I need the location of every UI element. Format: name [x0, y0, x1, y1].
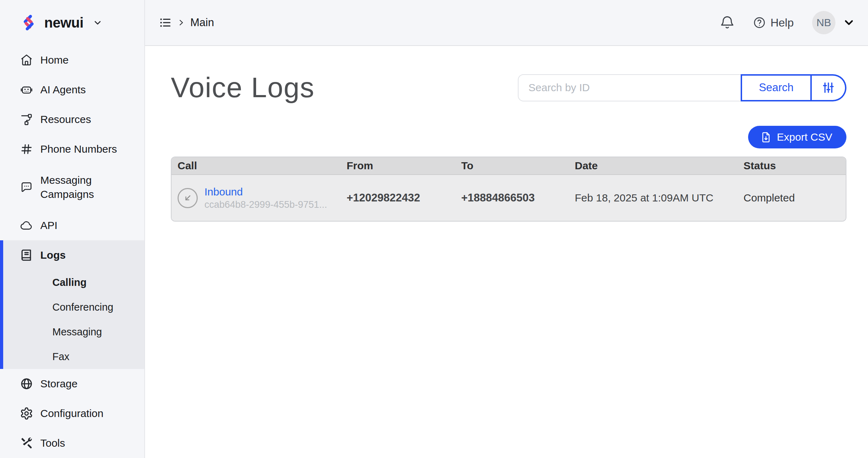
title-row: Voice Logs Search	[171, 71, 846, 104]
avatar[interactable]: NB	[812, 11, 835, 34]
call-date: Feb 18, 2025 at 1:09AM UTC	[575, 192, 743, 204]
sidebar-subitem-messaging[interactable]: Messaging	[0, 319, 144, 344]
sidebar-item-logs[interactable]: Logs	[0, 240, 144, 270]
home-icon	[20, 53, 33, 67]
breadcrumb: Main	[158, 16, 214, 29]
sidebar-item-label: Messaging Campaigns	[40, 173, 116, 201]
sidebar-item-label: Phone Numbers	[40, 142, 117, 156]
from-number: +12029822432	[347, 192, 461, 204]
search-group: Search	[518, 74, 846, 101]
sidebar-item-label: Home	[40, 53, 69, 67]
globe-icon	[20, 377, 33, 391]
sidebar-item-tools[interactable]: Tools	[0, 428, 144, 458]
cloud-icon	[20, 219, 33, 232]
search-input[interactable]	[518, 74, 741, 101]
sidebar-item-home[interactable]: Home	[0, 45, 144, 75]
sidebar-item-label: AI Agents	[40, 83, 86, 97]
sidebar-item-messaging-campaigns[interactable]: Messaging Campaigns	[0, 164, 144, 211]
sidebar-item-configuration[interactable]: Configuration	[0, 399, 144, 428]
column-header-to: To	[461, 160, 575, 172]
call-direction-link[interactable]: Inbound	[204, 186, 327, 198]
header-actions: Help NB	[719, 11, 855, 34]
filter-button[interactable]	[812, 74, 846, 101]
help-button[interactable]: Help	[753, 16, 794, 29]
status-badge: Completed	[743, 192, 846, 204]
sliders-filter-icon	[821, 80, 836, 95]
chat-bubble-icon	[20, 181, 33, 194]
sidebar-item-label: Configuration	[40, 406, 103, 421]
nodes-icon	[20, 113, 33, 126]
sidebar: newui Home	[0, 0, 145, 458]
brand-name: newui	[44, 15, 83, 31]
main-column: Main He	[145, 0, 868, 458]
brand-menu[interactable]: newui	[0, 0, 144, 45]
sidebar-subitem-calling[interactable]: Calling	[0, 270, 144, 295]
sidebar-item-storage[interactable]: Storage	[0, 369, 144, 399]
sidebar-item-label: Tools	[40, 436, 65, 450]
sidebar-item-ai-agents[interactable]: AI Agents	[0, 75, 144, 105]
brand-logo-icon	[19, 14, 37, 31]
sidebar-subitem-conferencing[interactable]: Conferencing	[0, 295, 144, 319]
file-download-icon	[760, 131, 772, 143]
call-id: ccab64b8-2999-455b-9751...	[204, 199, 327, 210]
sidebar-item-api[interactable]: API	[0, 211, 144, 240]
sidebar-group-logs: Logs Calling Conferencing Messaging Fax	[0, 240, 144, 369]
export-csv-label: Export CSV	[777, 131, 832, 143]
content-area: Voice Logs Search	[145, 46, 868, 458]
sidebar-item-label: Storage	[40, 377, 77, 391]
hash-icon	[20, 142, 33, 156]
table-header-row: Call From To Date Status	[172, 157, 846, 175]
call-text: Inbound ccab64b8-2999-455b-9751...	[204, 186, 327, 210]
column-header-date: Date	[575, 160, 743, 172]
voice-logs-table: Call From To Date Status	[171, 157, 846, 222]
chevron-right-icon	[177, 18, 185, 27]
call-cell: Inbound ccab64b8-2999-455b-9751...	[172, 186, 347, 210]
export-row: Export CSV	[171, 126, 846, 148]
tools-icon	[20, 436, 33, 450]
search-button[interactable]: Search	[741, 74, 812, 101]
notifications-bell-icon[interactable]	[719, 15, 735, 30]
brand-chevron-down-icon[interactable]	[93, 18, 103, 28]
to-number: +18884866503	[461, 192, 575, 204]
app-root: newui Home	[0, 0, 868, 458]
breadcrumb-current[interactable]: Main	[190, 16, 214, 29]
sidebar-nav: Home AI Agents	[0, 45, 144, 458]
sidebar-item-label: Resources	[40, 112, 91, 127]
gear-icon	[20, 407, 33, 420]
sidebar-item-resources[interactable]: Resources	[0, 105, 144, 134]
sidebar-item-label: API	[40, 218, 57, 233]
column-header-from: From	[347, 160, 461, 172]
inbound-arrow-icon	[178, 188, 198, 208]
list-icon[interactable]	[158, 16, 172, 29]
page-title: Voice Logs	[171, 71, 314, 104]
top-header: Main He	[145, 0, 868, 46]
user-menu-chevron-down-icon[interactable]	[843, 16, 855, 29]
help-circle-icon	[753, 16, 766, 29]
sidebar-item-phone-numbers[interactable]: Phone Numbers	[0, 134, 144, 164]
active-indicator	[0, 240, 3, 369]
export-csv-button[interactable]: Export CSV	[748, 126, 846, 148]
help-label: Help	[770, 16, 794, 29]
sidebar-subitem-fax[interactable]: Fax	[0, 344, 144, 369]
sidebar-item-label: Logs	[40, 248, 66, 262]
book-icon	[20, 248, 33, 262]
robot-icon	[20, 83, 33, 96]
table-row[interactable]: Inbound ccab64b8-2999-455b-9751... +1202…	[172, 175, 846, 221]
column-header-status: Status	[743, 160, 846, 172]
column-header-call: Call	[172, 160, 347, 172]
